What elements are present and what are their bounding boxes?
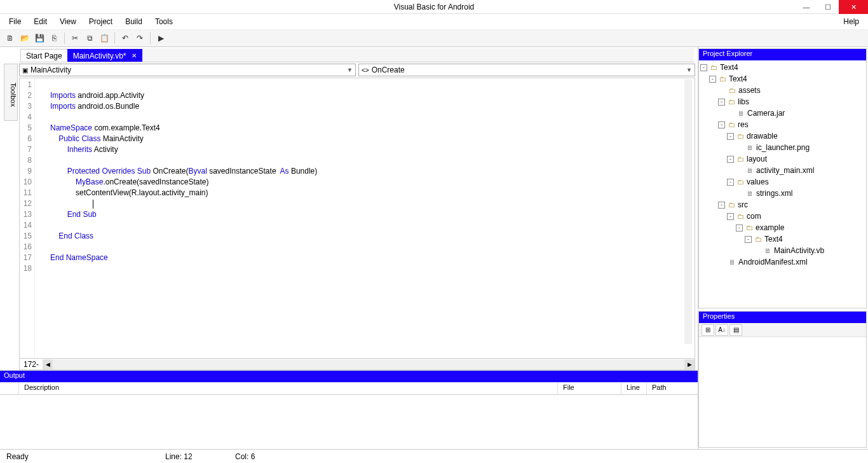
tree-toggle-icon[interactable]: -: [718, 202, 725, 209]
tree-toggle-icon[interactable]: -: [718, 121, 725, 128]
menu-help[interactable]: Help: [837, 15, 865, 28]
tab-close-icon[interactable]: ✕: [132, 52, 137, 59]
tree-item[interactable]: -🗀libs: [700, 96, 865, 107]
tree-item[interactable]: -🗀src: [700, 199, 865, 211]
alphabetical-view-icon[interactable]: A↓: [715, 324, 728, 336]
properties-toolbar: ⊞ A↓ ▤: [699, 323, 866, 337]
redo-icon[interactable]: ↷: [133, 32, 146, 45]
new-file-icon[interactable]: 🗎: [4, 32, 17, 45]
folder-icon: 🗀: [735, 212, 745, 220]
output-panel-title: Output: [0, 371, 698, 382]
file-icon: 🗎: [745, 167, 755, 174]
tree-toggle-icon[interactable]: -: [727, 156, 734, 163]
tree-item[interactable]: 🗎AndroidManifest.xml: [700, 256, 865, 268]
categorized-view-icon[interactable]: ⊞: [702, 324, 714, 336]
tree-item-label: src: [738, 200, 748, 209]
chevron-down-icon: ▼: [686, 67, 692, 73]
toolbox-tab[interactable]: Toolbox: [4, 64, 18, 121]
tree-item[interactable]: -🗀layout: [700, 153, 865, 165]
project-explorer-title: Project Explorer: [699, 49, 866, 60]
undo-icon[interactable]: ↶: [119, 32, 132, 45]
tree-item[interactable]: 🗎strings.xml: [700, 188, 865, 199]
output-col-line[interactable]: Line: [621, 382, 647, 394]
tree-item[interactable]: -🗀Text4: [700, 73, 865, 85]
tree-item[interactable]: -🗀Text4: [700, 62, 865, 73]
tree-item-label: activity_main.xml: [756, 166, 814, 175]
tree-item[interactable]: -🗀example: [700, 222, 865, 233]
open-icon[interactable]: 📂: [18, 32, 31, 45]
output-col-path[interactable]: Path: [647, 382, 698, 394]
app-icon: [3, 2, 13, 12]
properties-title: Properties: [699, 312, 866, 323]
tab-start-page[interactable]: Start Page: [20, 49, 68, 62]
tab-mainactivity[interactable]: MainActivity.vb* ✕: [67, 49, 142, 62]
tree-item-label: Text4: [720, 63, 738, 72]
tree-toggle-icon[interactable]: -: [709, 76, 716, 83]
folder-icon: 🗀: [726, 98, 736, 106]
cut-icon[interactable]: ✂: [69, 32, 81, 45]
file-icon: 🗎: [745, 144, 755, 151]
tree-toggle-icon[interactable]: -: [700, 64, 707, 71]
chevron-down-icon: ▼: [347, 67, 353, 73]
project-tree[interactable]: -🗀Text4-🗀Text4🗀assets-🗀libs🗎Camera.jar-🗀…: [699, 60, 866, 308]
save-icon[interactable]: 💾: [33, 32, 46, 45]
close-button[interactable]: ✕: [839, 0, 868, 14]
tree-item-label: layout: [747, 155, 767, 163]
tree-item[interactable]: -🗀drawable: [700, 130, 865, 142]
tree-item[interactable]: 🗀assets: [700, 85, 865, 96]
tree-item[interactable]: -🗀values: [700, 176, 865, 188]
code-editor[interactable]: 123456789101112131415161718 Imports andr…: [19, 78, 695, 359]
tree-toggle-icon[interactable]: -: [727, 133, 734, 140]
document-tab-row: Start Page MainActivity.vb* ✕: [20, 48, 694, 62]
menu-project[interactable]: Project: [83, 15, 119, 28]
folder-icon: 🗀: [735, 132, 745, 140]
menu-file[interactable]: File: [3, 15, 27, 28]
tree-item[interactable]: 🗎Camera.jar: [700, 107, 865, 119]
menu-build[interactable]: Build: [119, 15, 149, 28]
tree-item[interactable]: 🗎MainActivity.vb: [700, 245, 865, 256]
method-dropdown[interactable]: <>OnCreate ▼: [358, 64, 695, 76]
tree-item-label: ic_launcher.png: [756, 143, 810, 152]
zoom-label: 172-: [20, 360, 43, 369]
status-line: Line: 12: [159, 452, 229, 461]
tree-item-label: strings.xml: [756, 189, 792, 198]
output-col-description[interactable]: Description: [19, 382, 558, 394]
tree-item[interactable]: -🗀Text4: [700, 233, 865, 245]
folder-icon: 🗀: [726, 201, 736, 209]
class-dropdown[interactable]: ▣MainActivity ▼: [19, 64, 356, 76]
tree-item-label: assets: [738, 86, 761, 95]
project-explorer-panel: Project Explorer -🗀Text4-🗀Text4🗀assets-🗀…: [698, 48, 867, 308]
tree-item[interactable]: -🗀res: [700, 119, 865, 130]
copy-icon[interactable]: ⧉: [83, 32, 96, 45]
scroll-left-icon[interactable]: ◀: [43, 359, 53, 370]
menu-edit[interactable]: Edit: [27, 15, 53, 28]
tree-toggle-icon[interactable]: -: [745, 236, 752, 243]
tree-item[interactable]: 🗎activity_main.xml: [700, 165, 865, 176]
scroll-right-icon[interactable]: ▶: [684, 359, 695, 370]
minimize-button[interactable]: —: [796, 0, 817, 14]
file-icon: 🗎: [763, 247, 773, 254]
run-icon[interactable]: ▶: [154, 32, 167, 45]
horizontal-scrollbar[interactable]: [53, 359, 684, 370]
maximize-button[interactable]: ☐: [817, 0, 839, 14]
output-col-file[interactable]: File: [558, 382, 621, 394]
tree-toggle-icon[interactable]: -: [727, 179, 734, 186]
tree-toggle-icon[interactable]: -: [727, 213, 734, 220]
tree-item[interactable]: 🗎ic_launcher.png: [700, 142, 865, 153]
tree-toggle-icon[interactable]: -: [736, 225, 743, 232]
vertical-scrollbar[interactable]: [684, 79, 692, 344]
menu-view[interactable]: View: [53, 15, 83, 28]
toolbar: 🗎 📂 💾 ⎘ ✂ ⧉ 📋 ↶ ↷ ▶: [0, 29, 868, 47]
status-ready: Ready: [0, 452, 159, 461]
tree-item-label: MainActivity.vb: [774, 246, 824, 255]
horizontal-scroll-row: 172- ◀ ▶: [19, 359, 695, 370]
window-title: Visual Basic for Android: [394, 3, 475, 11]
tree-toggle-icon[interactable]: -: [718, 99, 725, 106]
paste-icon[interactable]: 📋: [98, 32, 111, 45]
file-icon: 🗎: [727, 258, 737, 266]
property-pages-icon[interactable]: ▤: [729, 324, 742, 336]
menu-tools[interactable]: Tools: [149, 15, 179, 28]
save-all-icon[interactable]: ⎘: [48, 32, 60, 45]
tree-item[interactable]: -🗀com: [700, 211, 865, 222]
form-icon: ▣: [22, 67, 28, 74]
